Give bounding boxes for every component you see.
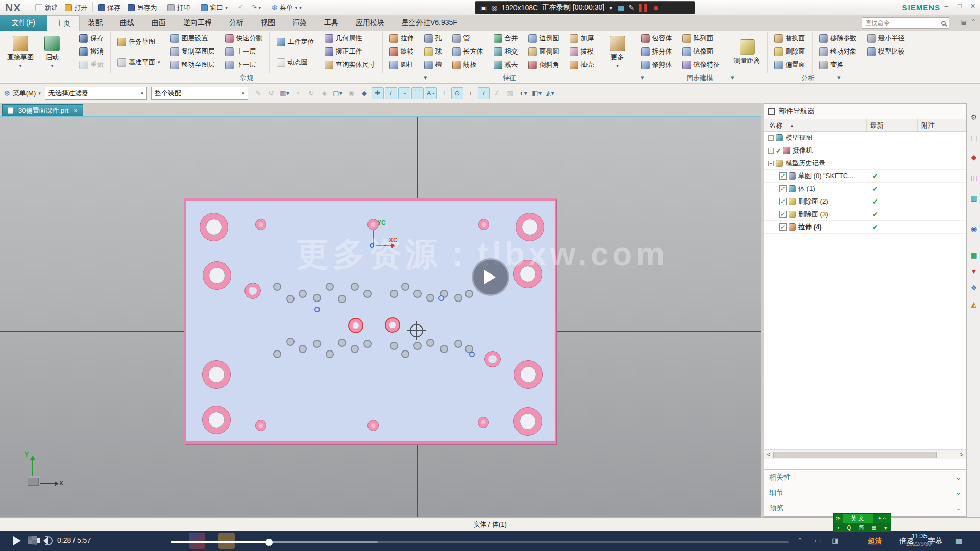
- ime-mode-icons[interactable]: ● ·›: [873, 514, 891, 523]
- plate-hole-cb[interactable]: [200, 213, 228, 241]
- ribbon-button-测量距离[interactable]: 测量距离: [731, 32, 763, 72]
- plate-hole-gs[interactable]: [454, 340, 462, 348]
- redo-icon[interactable]: ↷▾: [248, 2, 264, 14]
- close-button[interactable]: ✕: [969, 2, 977, 10]
- snap-icon-4[interactable]: ↻: [305, 87, 317, 99]
- plate-hole-gs[interactable]: [465, 290, 473, 298]
- snap-icon-20[interactable]: ◐▾: [518, 87, 530, 99]
- ribbon-button-最小半径[interactable]: 最小半径: [865, 32, 908, 45]
- 保存-button[interactable]: 保存: [94, 2, 124, 14]
- snap-icon-0[interactable]: ✎: [252, 87, 264, 99]
- seek-bar[interactable]: [171, 541, 789, 543]
- plate-hole-gs[interactable]: [426, 294, 434, 302]
- group-dialog-launcher-icon[interactable]: ▾: [731, 73, 734, 81]
- ribbon-button-替换面[interactable]: 替换面: [772, 32, 808, 45]
- plate-hole-cb[interactable]: [513, 407, 542, 436]
- windows-start-icon[interactable]: [28, 536, 37, 545]
- file-menu-button[interactable]: 文件(F): [0, 15, 47, 31]
- snap-icon-1[interactable]: ↺: [265, 87, 278, 99]
- plate-hole-gs[interactable]: [390, 342, 398, 350]
- plate-hole-ps[interactable]: [478, 417, 489, 428]
- selection-filter-dropdown[interactable]: 无选择过滤器▾: [45, 87, 147, 100]
- tree-expander-icon[interactable]: +: [768, 135, 774, 141]
- tab-逆向工程[interactable]: 逆向工程: [175, 15, 220, 31]
- 另存为-button[interactable]: 另存为: [124, 2, 160, 14]
- selection-scope-dropdown[interactable]: 整个装配▾: [151, 87, 248, 100]
- plate-hole-gs[interactable]: [299, 290, 307, 298]
- tree-expander-icon[interactable]: +: [768, 148, 774, 154]
- ribbon-button-任务草图[interactable]: 任务草图: [115, 32, 163, 52]
- ribbon-button-保存[interactable]: 保存: [77, 32, 106, 45]
- panel-icon[interactable]: ▤: [961, 18, 967, 26]
- tab-分析[interactable]: 分析: [220, 15, 252, 31]
- plate-hole-cb[interactable]: [514, 360, 543, 389]
- plate-hole-gs[interactable]: [363, 340, 372, 348]
- ribbon-button-下一层[interactable]: 下一层: [223, 58, 265, 71]
- 窗口-button[interactable]: 窗口▾: [197, 2, 231, 14]
- ribbon-button-减去[interactable]: 减去: [491, 58, 521, 71]
- plate-hole-gs[interactable]: [326, 350, 334, 358]
- scroll-left-arrow[interactable]: <: [764, 451, 773, 458]
- snap-icon-15[interactable]: ⊙: [451, 87, 463, 99]
- snap-icon-8[interactable]: ◆: [358, 87, 371, 99]
- plate-hole-gs[interactable]: [299, 345, 307, 353]
- snap-icon-2[interactable]: ▦▾: [279, 87, 291, 99]
- plate-hole-bs[interactable]: [469, 352, 475, 357]
- plate-hole-gs[interactable]: [313, 340, 321, 348]
- snap-icon-17[interactable]: /: [478, 87, 490, 99]
- taskbar-nx-icon[interactable]: [189, 533, 205, 549]
- constraints-icon[interactable]: ◆: [969, 152, 979, 162]
- graphics-viewport[interactable]: YC XC 更多资源：tlbxw.com Y X: [0, 116, 761, 517]
- ribbon-button-镜像特征[interactable]: 镜像特征: [680, 58, 723, 71]
- ribbon-button-移动对象[interactable]: 移动对象: [817, 45, 860, 58]
- plate-hole-gs[interactable]: [363, 290, 372, 298]
- ribbon-button-直接草图[interactable]: 直接草图▾: [5, 32, 36, 72]
- recorder-dropdown-icon[interactable]: ▼: [608, 5, 614, 11]
- plate-hole-bs[interactable]: [314, 307, 320, 312]
- ribbon-button-槽[interactable]: 槽: [422, 58, 445, 71]
- ribbon-button-撤消[interactable]: 撤消: [77, 45, 106, 58]
- ribbon-button-管[interactable]: 管: [450, 32, 486, 45]
- ribbon-button-上一层[interactable]: 上一层: [223, 45, 265, 58]
- scrollbar-thumb[interactable]: [773, 452, 937, 458]
- ribbon-group-常规[interactable]: 常规: [240, 73, 253, 83]
- ribbon-button-模型比较[interactable]: 模型比较: [865, 45, 908, 58]
- plate-hole-ps[interactable]: [478, 219, 489, 230]
- ribbon-button-移动至图层[interactable]: 移动至图层: [168, 58, 217, 71]
- ribbon-button-抽壳[interactable]: 抽壳: [567, 58, 597, 71]
- ribbon-button-加厚[interactable]: 加厚: [567, 32, 597, 45]
- section-细节[interactable]: 细节⌄: [764, 485, 966, 500]
- ribbon-button-基准平面[interactable]: 基准平面▾: [115, 52, 163, 72]
- snap-icon-21[interactable]: ◧▾: [531, 87, 543, 99]
- palette-icon[interactable]: ▦: [969, 250, 979, 260]
- ribbon-button-工件定位[interactable]: 工件定位: [274, 32, 317, 52]
- ime-language-label[interactable]: 英文: [843, 514, 873, 523]
- ribbon-button-面倒圆[interactable]: 面倒圆: [526, 45, 562, 58]
- plate-hole-gs[interactable]: [454, 294, 462, 302]
- snap-icon-16[interactable]: +: [464, 87, 477, 99]
- plate-hole-cb[interactable]: [202, 360, 231, 389]
- tree-row[interactable]: ✓删除面 (3)✔: [764, 208, 966, 221]
- ribbon-button-球[interactable]: 球: [422, 45, 445, 58]
- tree-expander-icon[interactable]: −: [768, 161, 774, 166]
- 打开-button[interactable]: 打开: [61, 2, 91, 14]
- ribbon-button-更多[interactable]: 更多▾: [602, 32, 633, 72]
- navigator-h-scrollbar[interactable]: < >: [764, 449, 966, 459]
- tab-主页[interactable]: 主页: [47, 15, 80, 31]
- info-wifi-icon[interactable]: ◉: [969, 223, 979, 234]
- ribbon-button-拔模[interactable]: 拔模: [567, 45, 597, 58]
- ribbon-button-边倒圆[interactable]: 边倒圆: [526, 32, 562, 45]
- tree-row[interactable]: ✓删除面 (2)✔: [764, 195, 966, 208]
- plate-hole-cb[interactable]: [202, 406, 231, 434]
- plate-hole-gs[interactable]: [313, 294, 321, 302]
- tree-checkbox[interactable]: ✓: [779, 185, 787, 192]
- tree-row[interactable]: +模型视图: [764, 132, 966, 144]
- tree-row[interactable]: −模型历史记录: [764, 157, 966, 170]
- ribbon-button-几何属性[interactable]: 几何属性: [322, 32, 378, 45]
- snap-icon-7[interactable]: ◉: [345, 87, 357, 99]
- snap-icon-11[interactable]: ~: [398, 87, 410, 99]
- plate-hole-bs[interactable]: [438, 295, 444, 301]
- collapse-ribbon-icon[interactable]: ⌃: [971, 18, 976, 26]
- ime-tool-icon-0[interactable]: ⬩: [838, 524, 840, 531]
- group-dialog-launcher-icon[interactable]: ▾: [837, 73, 841, 81]
